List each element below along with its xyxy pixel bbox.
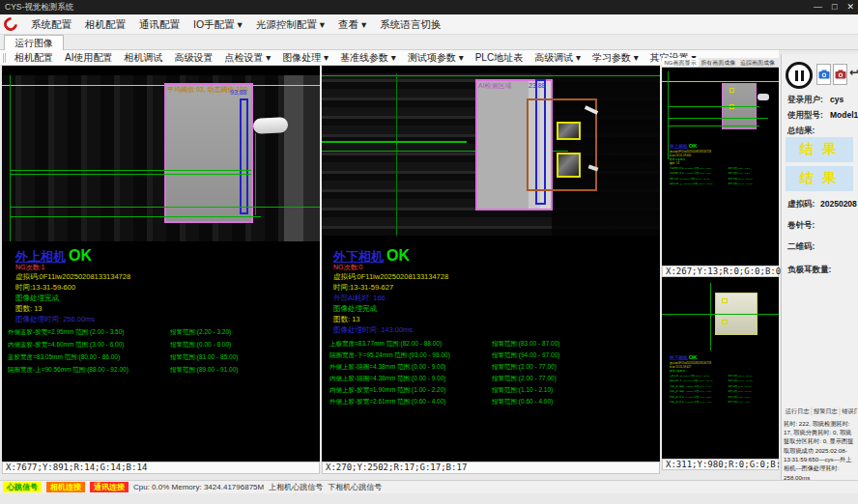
left-camera-image[interactable]: 平均阈值:93, 动态阈值:100 93,88 — [2, 75, 320, 241]
mini-alarm: 报警范围:(0.60 - 4.00) — [728, 401, 750, 404]
tool-spot-check[interactable]: 点检设置 ▾ — [218, 50, 276, 66]
green-measure-line — [10, 216, 261, 217]
tool-camera-debug[interactable]: 相机调试 — [118, 50, 168, 66]
mini-alarm: 报警范围:(94.00 - 97.00) — [728, 379, 752, 382]
mini-image-count: 图数: 13 — [670, 161, 779, 165]
tab-run-log[interactable]: 运行日志 — [784, 407, 812, 416]
left-process-done: 图像处理完成 — [15, 293, 59, 303]
tab-ng-display[interactable]: NG画面显示 — [662, 58, 699, 67]
mini-alarm: 报警范围:(2.00 - 77.00) — [728, 385, 751, 388]
pause-icon — [795, 70, 804, 81]
middle-measure-row: 上极宽度=83.77mm 范围:(82.00 - 88.00) 报警范围:(83… — [329, 340, 658, 349]
green-measure-line — [668, 126, 759, 126]
middle-process-done: 图像处理完成 — [333, 303, 377, 314]
mini-alarm: 报警范围:(2.20 - 3.20) — [728, 167, 750, 170]
menu-camera-config[interactable]: 相机配置 — [78, 14, 132, 35]
mini-electrode-tab — [758, 94, 769, 100]
tool-baseline-params[interactable]: 基准线参数 ▾ — [334, 50, 402, 66]
mini-ok-status: OK — [689, 354, 698, 360]
yellow-reference-line — [662, 81, 779, 82]
close-icon[interactable]: ✕ — [846, 0, 854, 14]
menu-comm-config[interactable]: 通讯配置 — [132, 14, 186, 35]
right-top-view[interactable]: 外上相机OK 虚拟码:0F11iw20250208133134728 时间:13… — [662, 68, 779, 266]
mini-alarm: 报警范围:(2.00 - 77.00) — [728, 390, 751, 393]
middle-camera-image[interactable]: AI检测区域 23.88 — [322, 73, 660, 236]
log-text: 耗时: 222, 瑕疵检测耗时: 17, 瑕疵分类耗时: 0, 瑕疵提取分区耗时… — [784, 419, 857, 482]
left-time: 时间:13-31-59-600 — [15, 282, 75, 293]
measure-value: 内侧上胶-胶宽=1.90mm 范围:(1.00 - 2.20) — [329, 386, 492, 395]
upper-camera-heartbeat: 上相机心跳信号 — [269, 482, 323, 492]
middle-process-time: 图像处理时间: 143.00ms — [333, 324, 413, 335]
tool-ai-config[interactable]: AI使用配置 — [59, 50, 118, 66]
camera-red-icon — [835, 69, 846, 80]
right-bottom-view[interactable]: 外下相机OK 虚拟码:0F11iw20250208133134728 时间:13… — [662, 277, 779, 459]
mini-alarm: 报警范围:(89.00 - 91.00) — [728, 182, 752, 185]
left-measure-row: 隔圈宽度-上=90.56mm 范围:(88.00 - 92.00) 报警范围:(… — [8, 366, 317, 375]
mini-detect-mark — [722, 298, 728, 303]
camera-record-button[interactable] — [833, 64, 847, 85]
tool-advanced-settings[interactable]: 高级设置 — [168, 50, 218, 66]
maximize-icon[interactable]: □ — [832, 0, 837, 14]
green-vertical-line — [668, 71, 669, 159]
camera-capture-button[interactable] — [816, 64, 831, 85]
app-logo-icon — [1, 14, 20, 34]
measure-value: 蓝胶宽度=83.05mm 范围:(80.00 - 86.00) — [8, 353, 170, 362]
green-measure-line — [668, 118, 768, 119]
comm-connect-badge: 通讯连接 — [90, 482, 129, 492]
right-bottom-coords: X:311;Y:980;R:0;G:0;B:0 — [662, 459, 779, 470]
winding-pin-label: 卷针号: — [787, 220, 815, 232]
back-arrow-icon[interactable]: ↩ — [849, 66, 858, 79]
measure-value: 内侧蓝胶-胶宽=4.60mm 范围:(3.00 - 6.00) — [8, 341, 170, 350]
left-camera-panel[interactable]: 平均阈值:93, 动态阈值:100 93,88 外上相机 OK NG次数:1 虚… — [2, 66, 320, 462]
mini-detect-mark — [722, 320, 728, 324]
window-title: CYS-视觉检测系统 — [5, 2, 73, 12]
menu-language-switch[interactable]: 系统语言切换 — [373, 14, 447, 35]
menu-system-config[interactable]: 系统配置 — [24, 14, 78, 35]
measure-value: 隔圈宽度-下=95.24mm 范围:(93.00 - 98.00) — [329, 351, 492, 360]
tool-image-processing[interactable]: 图像处理 ▾ — [276, 50, 334, 66]
menu-view[interactable]: 查看 ▾ — [331, 14, 373, 35]
measure-value: 隔圈宽度-上=90.56mm 范围:(88.00 - 92.00) — [8, 366, 170, 375]
blue-measure-value: 93,88 — [230, 89, 247, 96]
pause-button[interactable] — [786, 62, 813, 89]
right-top-coords: X:267;Y:13;R:0;G:0;B:0 — [662, 266, 779, 277]
tab-all-images[interactable]: 所有画面成像 — [699, 58, 738, 67]
left-measure-row: 内侧蓝胶-胶宽=4.60mm 范围:(3.00 - 6.00) 报警范围:(0.… — [8, 341, 317, 350]
tab-alarm-log[interactable]: 报警日志 — [812, 407, 840, 416]
green-measure-line — [10, 170, 251, 171]
tab-track-images[interactable]: 追踪画面成像 — [738, 58, 778, 67]
menu-bar: 系统配置 相机配置 通讯配置 IO手配置 ▾ 光源控制配置 ▾ 查看 ▾ 系统语… — [0, 14, 858, 35]
tab-error-log[interactable]: 错误日志 — [840, 407, 857, 416]
tab-run-image[interactable]: 运行图像 — [4, 35, 64, 50]
mini-measure: 外侧上胶-隔圈=4.38mm 范围:(0.00 - 9.00) — [670, 385, 728, 388]
green-vertical-line — [396, 73, 397, 236]
middle-ok-status: OK — [386, 247, 410, 265]
tool-camera-config[interactable]: 相机配置 — [9, 50, 59, 66]
login-user-label: 登录用户: — [787, 95, 823, 106]
middle-camera-panel[interactable]: AI检测区域 23.88 外下相机 OK NG次数:0 虚拟码:0F11iw20… — [322, 66, 660, 462]
mini-measure: 内侧上胶-隔圈=4.38mm 范围:(0.00 - 9.00) — [670, 390, 728, 393]
ai-detect-label: AI检测区域 — [478, 81, 512, 91]
mini-measure: 隔圈宽度-上=90.56mm 范围:(88.00 - 92.00) — [670, 182, 728, 185]
mini-measure: 内侧蓝胶-胶宽=4.60mm 范围:(3.00 - 6.00) — [670, 172, 728, 175]
lower-camera-heartbeat: 下相机心跳信号 — [328, 482, 382, 492]
mini-measure: 隔圈宽度-下=95.24mm 范围:(93.00 - 98.00) — [670, 379, 728, 382]
middle-measure-row: 隔圈宽度-下=95.24mm 范围:(93.00 - 98.00) 报警范围:(… — [329, 351, 658, 360]
tool-plc-table[interactable]: PLC地址表 — [470, 50, 529, 66]
alarm-range: 报警范围:(0.00 - 8.00) — [170, 341, 231, 350]
tool-learning-params[interactable]: 学习参数 ▾ — [586, 50, 644, 66]
menu-light-config[interactable]: 光源控制配置 ▾ — [249, 14, 331, 35]
camera-connect-badge: 相机连接 — [46, 482, 85, 492]
tool-test-params[interactable]: 测试项参数 ▾ — [402, 50, 470, 66]
tab-detect-box — [557, 153, 581, 178]
green-vertical-line — [710, 283, 711, 350]
menu-io-config[interactable]: IO手配置 ▾ — [186, 14, 249, 35]
left-measure-row: 蓝胶宽度=83.05mm 范围:(80.00 - 86.00) 报警范围:(81… — [8, 353, 317, 362]
middle-image-count: 图数: 13 — [333, 314, 360, 324]
tool-advanced-debug[interactable]: 高级调试 ▾ — [529, 50, 586, 66]
middle-time: 时间:13-31-59-627 — [333, 282, 393, 293]
green-vertical-line — [255, 133, 256, 215]
mini-measure: 外侧蓝胶-胶宽=2.95mm 范围:(2.00 - 3.50) — [670, 167, 728, 170]
measure-value: 外侧蓝胶-胶宽=2.95mm 范围:(2.00 - 3.50) — [8, 328, 170, 337]
minimize-icon[interactable]: — — [814, 0, 822, 14]
